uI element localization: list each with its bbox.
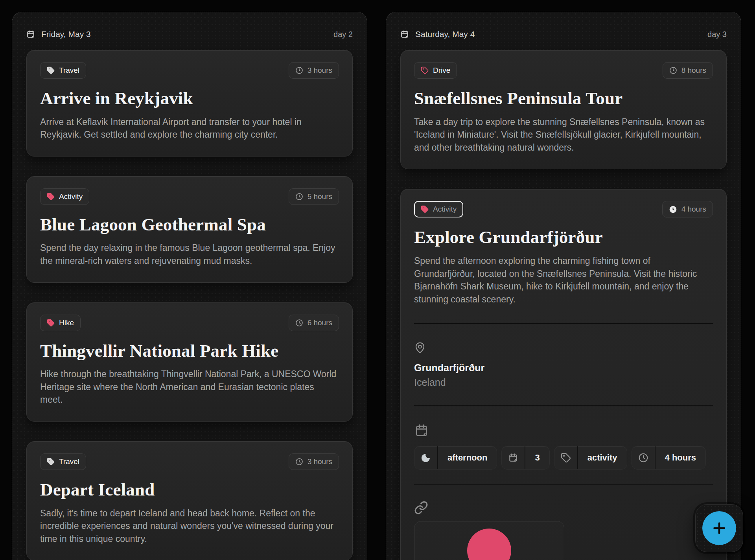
section-divider bbox=[414, 405, 713, 406]
tag-label: Hike bbox=[59, 319, 74, 327]
day-column-day3: Saturday, May 4 day 3 Drive 8 hours Snæf… bbox=[386, 12, 741, 560]
clock-icon bbox=[295, 66, 303, 74]
day-number-value: 3 bbox=[525, 453, 549, 463]
clock-icon bbox=[295, 458, 303, 466]
duration-chip[interactable]: 8 hours bbox=[663, 62, 713, 79]
clock-icon bbox=[669, 205, 677, 214]
map-pin-icon bbox=[414, 342, 713, 354]
duration-label: 3 hours bbox=[308, 66, 332, 75]
calendar-icon bbox=[400, 30, 409, 39]
card-description: Spend the afternoon exploring the charmi… bbox=[414, 254, 713, 306]
clock-icon bbox=[295, 319, 303, 327]
clock-icon bbox=[669, 66, 677, 74]
day-date: Saturday, May 4 bbox=[415, 29, 475, 39]
moon-icon bbox=[414, 446, 438, 469]
card-description: Spend the day relaxing in the famous Blu… bbox=[40, 241, 339, 267]
metadata-chip-row: afternoon 3 activity bbox=[414, 446, 713, 470]
duration-meta-chip[interactable]: 4 hours bbox=[632, 446, 706, 470]
calendar-icon bbox=[414, 423, 713, 438]
card-title: Thingvellir National Park Hike bbox=[40, 341, 339, 361]
itinerary-card-blue-lagoon[interactable]: Activity 5 hours Blue Lagoon Geothermal … bbox=[26, 176, 353, 283]
link-preview-avatar bbox=[467, 529, 511, 560]
time-of-day-label: afternoon bbox=[438, 453, 497, 463]
itinerary-card-thingvellir-hike[interactable]: Hike 6 hours Thingvellir National Park H… bbox=[26, 302, 353, 422]
link-icon bbox=[414, 501, 713, 515]
card-title: Arrive in Reykjavik bbox=[40, 89, 339, 109]
tag-chip[interactable]: Travel bbox=[40, 62, 86, 79]
plus-icon bbox=[702, 511, 736, 545]
tag-label: Activity bbox=[59, 192, 83, 201]
duration-chip[interactable]: 3 hours bbox=[289, 453, 339, 470]
tag-chip[interactable]: Hike bbox=[40, 315, 81, 331]
duration-chip[interactable]: 6 hours bbox=[289, 315, 339, 331]
card-list: Drive 8 hours Snæfellsnes Peninsula Tour… bbox=[400, 50, 727, 560]
section-divider bbox=[414, 484, 713, 485]
tag-icon bbox=[47, 66, 55, 74]
category-label: activity bbox=[578, 453, 627, 463]
tag-label: Travel bbox=[59, 457, 79, 466]
link-preview-card[interactable] bbox=[414, 521, 564, 560]
tag-icon bbox=[554, 446, 578, 469]
card-title: Snæfellsnes Peninsula Tour bbox=[414, 89, 713, 109]
duration-label: 4 hours bbox=[681, 205, 706, 214]
duration-label: 5 hours bbox=[308, 192, 332, 201]
tag-icon bbox=[421, 66, 429, 74]
itinerary-card-depart-iceland[interactable]: Travel 3 hours Depart Iceland Sadly, it'… bbox=[26, 441, 353, 560]
clock-icon bbox=[632, 446, 656, 469]
card-title: Explore Grundarfjörður bbox=[414, 228, 713, 247]
day-column-day2: Friday, May 3 day 2 Travel 3 hours Arriv… bbox=[12, 12, 367, 560]
day-number-chip[interactable]: 3 bbox=[501, 446, 549, 470]
card-description: Hike through the breathtaking Thingvelli… bbox=[40, 368, 339, 406]
calendar-icon bbox=[502, 446, 525, 469]
location-country: Iceland bbox=[414, 377, 713, 388]
tag-icon bbox=[47, 458, 55, 466]
tag-chip[interactable]: Travel bbox=[40, 453, 86, 470]
duration-label: 3 hours bbox=[308, 457, 332, 466]
tag-label: Drive bbox=[433, 66, 450, 75]
tag-chip-selected[interactable]: Activity bbox=[414, 201, 463, 217]
day-number-label: day 3 bbox=[707, 30, 727, 39]
calendar-icon bbox=[26, 30, 35, 39]
clock-icon bbox=[295, 193, 303, 201]
tag-icon bbox=[47, 319, 55, 327]
tag-label: Travel bbox=[59, 66, 79, 75]
card-title: Depart Iceland bbox=[40, 480, 339, 500]
tag-chip[interactable]: Drive bbox=[414, 62, 457, 79]
day-header: Friday, May 3 day 2 bbox=[26, 12, 353, 41]
card-description: Sadly, it's time to depart Iceland and h… bbox=[40, 507, 339, 545]
tag-icon bbox=[421, 205, 429, 213]
duration-label: 8 hours bbox=[681, 66, 706, 75]
card-description: Take a day trip to explore the stunning … bbox=[414, 116, 713, 154]
duration-chip[interactable]: 3 hours bbox=[289, 62, 339, 79]
location-name: Grundarfjörður bbox=[414, 362, 713, 374]
duration-chip[interactable]: 4 hours bbox=[662, 201, 713, 217]
tag-chip[interactable]: Activity bbox=[40, 188, 89, 205]
location-section: Grundarfjörður Iceland bbox=[414, 324, 713, 388]
duration-meta-label: 4 hours bbox=[656, 453, 705, 463]
itinerary-card-snaefellsnes-tour[interactable]: Drive 8 hours Snæfellsnes Peninsula Tour… bbox=[400, 50, 727, 169]
card-title: Blue Lagoon Geothermal Spa bbox=[40, 215, 339, 235]
day-date: Friday, May 3 bbox=[41, 29, 91, 39]
day-number-label: day 2 bbox=[333, 30, 353, 39]
tag-label: Activity bbox=[433, 205, 457, 214]
day-header: Saturday, May 4 day 3 bbox=[400, 12, 727, 41]
card-description: Arrive at Keflavik International Airport… bbox=[40, 116, 339, 141]
tag-icon bbox=[47, 193, 55, 201]
category-chip[interactable]: activity bbox=[554, 446, 627, 470]
duration-label: 6 hours bbox=[308, 319, 332, 327]
itinerary-card-arrive-reykjavik[interactable]: Travel 3 hours Arrive in Reykjavik Arriv… bbox=[26, 50, 353, 157]
itinerary-card-explore-grundarfjordur-expanded[interactable]: Activity 4 hours Explore Grundarfjörður … bbox=[400, 189, 727, 560]
card-list: Travel 3 hours Arrive in Reykjavik Arriv… bbox=[26, 50, 353, 560]
time-of-day-chip[interactable]: afternoon bbox=[414, 446, 497, 470]
add-item-button[interactable] bbox=[695, 504, 743, 552]
duration-chip[interactable]: 5 hours bbox=[289, 188, 339, 205]
trip-itinerary-board: Friday, May 3 day 2 Travel 3 hours Arriv… bbox=[0, 0, 755, 560]
